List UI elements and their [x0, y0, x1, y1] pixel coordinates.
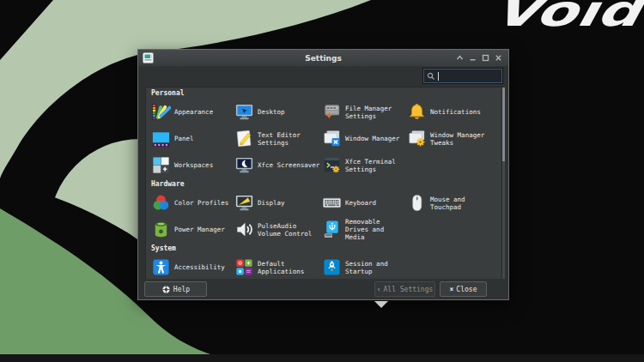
default-applications-icon [234, 257, 254, 277]
item-session-startup[interactable]: Session and Startup [322, 254, 407, 281]
item-label: File Manager Settings [345, 105, 407, 120]
settings-items-panel: Personal Appearance [145, 87, 502, 281]
item-text-editor-settings[interactable]: Text Editor Settings [234, 125, 322, 152]
item-window-manager[interactable]: Window Manager [322, 125, 407, 152]
window-manager-icon [322, 129, 342, 148]
panel-icon [151, 129, 171, 148]
item-label: Display [258, 199, 321, 207]
popup-pointer-arrow [374, 301, 388, 308]
item-accessibility[interactable]: Accessibility [151, 254, 234, 281]
session-startup-icon [322, 257, 342, 277]
help-button[interactable]: Help [144, 281, 207, 297]
text-editor-settings-icon [234, 129, 254, 148]
window-footer: Help ‹ All Settings × Close [138, 279, 508, 299]
personal-grid: Appearance Desktop [151, 99, 501, 178]
item-label: Accessibility [174, 263, 234, 271]
item-display[interactable]: Display [234, 190, 322, 216]
close-icon: × [450, 286, 454, 293]
item-keyboard[interactable]: Keyboard [322, 190, 407, 216]
item-xfce-terminal-settings[interactable]: Xfce Terminal Settings [322, 152, 407, 178]
removable-drives-icon [322, 220, 342, 239]
settings-window: Settings Personal [137, 49, 509, 300]
pulseaudio-volume-icon [234, 220, 254, 239]
item-file-manager-settings[interactable]: File Manager Settings [322, 99, 407, 125]
item-label: Text Editor Settings [258, 131, 321, 147]
item-label: Workspaces [174, 161, 234, 169]
text-cursor [438, 72, 439, 81]
item-mouse-touchpad[interactable]: Mouse and Touchpad [407, 190, 501, 216]
window-title: Settings [138, 54, 508, 63]
item-label: Power Manager [174, 226, 234, 233]
hardware-grid: Color Profiles Display [151, 190, 501, 243]
system-grid: Accessibility Default Applications [151, 254, 501, 281]
search-box[interactable] [423, 69, 502, 83]
all-settings-label: All Settings [384, 286, 434, 293]
item-xfce-screensaver[interactable]: Xfce Screensaver [234, 152, 322, 178]
help-label: Help [173, 286, 190, 293]
xfce-settings-window-icon [143, 52, 154, 63]
appearance-icon [151, 102, 171, 122]
item-label: Panel [174, 135, 234, 142]
item-pulseaudio-volume[interactable]: PulseAudio Volume Control [234, 216, 322, 243]
accessibility-icon [151, 257, 171, 277]
chevron-left-icon: ‹ [377, 286, 381, 293]
maximize-button[interactable] [482, 54, 489, 62]
color-profiles-icon [151, 193, 171, 213]
item-label: Xfce Terminal Settings [345, 158, 407, 173]
close-label: Close [456, 286, 477, 293]
section-title-hardware: Hardware [151, 180, 501, 190]
item-label: Default Applications [258, 260, 321, 275]
shade-button[interactable] [456, 54, 464, 62]
item-label: Xfce Screensaver [258, 161, 321, 169]
display-icon [234, 193, 254, 213]
item-label: Session and Startup [345, 260, 407, 275]
item-power-manager[interactable]: Power Manager [151, 216, 234, 243]
section-title-system: System [151, 244, 501, 254]
search-input[interactable] [441, 72, 499, 80]
window-toolbar [138, 66, 508, 87]
item-label: Appearance [174, 108, 234, 116]
mouse-touchpad-icon [407, 193, 427, 213]
xfce-terminal-settings-icon [322, 155, 342, 175]
notifications-icon [407, 102, 427, 122]
item-label: Notifications [430, 108, 494, 116]
item-label: Desktop [258, 108, 321, 116]
item-workspaces[interactable]: Workspaces [151, 152, 234, 178]
item-default-applications[interactable]: Default Applications [234, 254, 322, 281]
help-icon [161, 285, 171, 294]
file-manager-settings-icon [322, 102, 342, 122]
item-label: Color Profiles [174, 199, 234, 207]
item-label: Window Manager [345, 135, 407, 142]
void-brand-wordmark: Void [489, 0, 644, 33]
item-desktop[interactable]: Desktop [234, 99, 322, 125]
power-manager-icon [151, 220, 171, 239]
item-removable-drives[interactable]: Removable Drives and Media [322, 216, 407, 243]
scrollbar[interactable] [502, 87, 505, 280]
item-color-profiles[interactable]: Color Profiles [151, 190, 234, 216]
desktop-icon [234, 102, 254, 122]
close-window-button[interactable] [495, 54, 502, 62]
keyboard-icon [322, 193, 342, 213]
window-manager-tweaks-icon [407, 129, 427, 148]
window-titlebar[interactable]: Settings [138, 50, 508, 66]
item-label: Removable Drives and Media [345, 218, 407, 241]
item-label: Keyboard [345, 199, 407, 207]
search-icon [427, 72, 435, 81]
item-label: Window Manager Tweaks [430, 131, 494, 147]
scrollbar-thumb[interactable] [502, 87, 505, 161]
minimize-button[interactable] [469, 54, 477, 62]
item-label: Mouse and Touchpad [430, 196, 494, 211]
close-button[interactable]: × Close [440, 281, 487, 297]
workspaces-icon [151, 155, 171, 175]
item-notifications[interactable]: Notifications [407, 99, 501, 125]
xfce-screensaver-icon [234, 155, 254, 175]
item-window-manager-tweaks[interactable]: Window Manager Tweaks [407, 125, 501, 152]
item-appearance[interactable]: Appearance [151, 99, 234, 125]
all-settings-button[interactable]: ‹ All Settings [374, 281, 435, 297]
item-label: PulseAudio Volume Control [258, 222, 321, 238]
item-panel[interactable]: Panel [151, 125, 234, 152]
section-title-personal: Personal [151, 89, 501, 99]
